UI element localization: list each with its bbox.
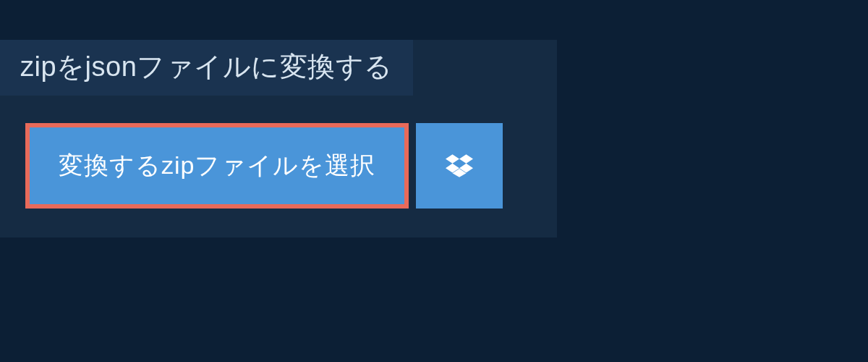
dropbox-button[interactable] (416, 123, 503, 209)
action-row: 変換するzipファイルを選択 (25, 123, 557, 209)
select-file-button[interactable]: 変換するzipファイルを選択 (25, 123, 409, 209)
converter-panel: zipをjsonファイルに変換する 変換するzipファイルを選択 (0, 40, 557, 237)
select-file-label: 変換するzipファイルを選択 (59, 149, 375, 182)
title-container: zipをjsonファイルに変換する (0, 40, 413, 96)
dropbox-icon (446, 152, 473, 180)
page-title: zipをjsonファイルに変換する (20, 49, 393, 85)
